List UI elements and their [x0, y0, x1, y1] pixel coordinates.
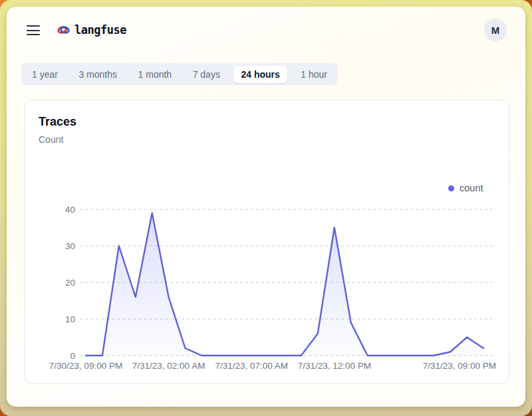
x-axis-tick-label: 7/31/23, 02:00 AM [132, 361, 205, 371]
user-avatar[interactable]: M [484, 19, 507, 41]
area-fill [86, 213, 483, 356]
x-axis-tick-label: 7/31/23, 12:00 PM [298, 361, 371, 371]
tab-1-year[interactable]: 1 year [25, 66, 65, 83]
tab-1-hour[interactable]: 1 hour [293, 66, 334, 83]
traces-area-chart: 0102030407/30/23, 09:00 PM7/31/23, 02:00… [25, 100, 510, 385]
x-axis-tick-label: 7/31/23, 07:00 AM [215, 361, 288, 371]
x-axis-tick-label: 7/30/23, 09:00 PM [49, 361, 122, 371]
brand-name: langfuse [74, 23, 126, 37]
traces-chart-card: Traces Count 0102030407/30/23, 09:00 PM7… [24, 100, 509, 384]
time-range-tabs: 1 year 3 months 1 month 7 days 24 hours … [21, 63, 338, 85]
chart-legend: count [448, 183, 483, 193]
tab-3-months[interactable]: 3 months [71, 66, 124, 83]
y-axis-tick-label: 30 [65, 241, 75, 251]
y-axis-tick-label: 20 [65, 278, 75, 288]
y-axis-tick-label: 10 [65, 314, 75, 324]
legend-label: count [460, 183, 483, 193]
topbar: langfuse M [7, 7, 525, 53]
y-axis-tick-label: 0 [70, 351, 75, 361]
brand[interactable]: langfuse [57, 23, 126, 37]
tab-1-month[interactable]: 1 month [131, 66, 180, 83]
y-axis-tick-label: 40 [65, 205, 75, 215]
tab-24-hours[interactable]: 24 hours [233, 66, 287, 83]
legend-dot-icon [448, 185, 454, 191]
hamburger-menu-icon[interactable] [27, 25, 40, 35]
x-axis-tick-label: 7/31/23, 09:00 PM [423, 361, 496, 371]
app-window: langfuse M 1 year 3 months 1 month 7 day… [7, 7, 525, 407]
langfuse-knot-icon [57, 25, 70, 35]
tab-7-days[interactable]: 7 days [186, 66, 227, 83]
